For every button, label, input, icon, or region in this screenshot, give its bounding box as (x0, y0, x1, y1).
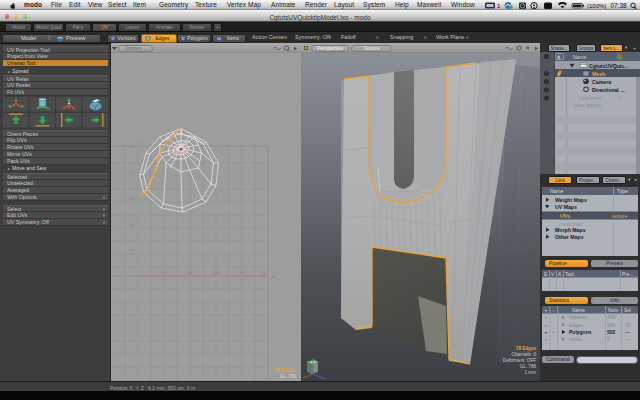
svg-text:+: + (545, 336, 548, 342)
svg-text:502: 502 (607, 329, 616, 335)
svg-text:(new item): (new item) (578, 95, 602, 101)
svg-text:+: + (545, 322, 548, 328)
svg-text:78 Edges: 78 Edges (516, 346, 537, 351)
svg-text:0.6: 0.6 (130, 197, 135, 201)
svg-text:CgtutsUVQuic...: CgtutsUVQuic... (589, 63, 629, 69)
svg-text:0.4: 0.4 (130, 223, 135, 227)
svg-text:0.8: 0.8 (130, 171, 135, 175)
svg-text:1.0: 1.0 (130, 145, 135, 149)
svg-text:+: + (545, 329, 548, 335)
svg-text:Camera: Camera (592, 79, 611, 85)
svg-text:+: + (545, 314, 548, 320)
svg-text:Name: Name (550, 188, 564, 194)
svg-text:Name: Name (572, 308, 585, 313)
svg-text:+v: +v (139, 140, 143, 144)
svg-text:0.8: 0.8 (240, 271, 245, 275)
svg-text:Num: Num (608, 308, 618, 313)
svg-text:Mesh: Mesh (592, 71, 605, 77)
svg-text:Sel: Sel (624, 308, 631, 313)
svg-text:Polygons: Polygons (569, 329, 592, 335)
svg-text:UVs: UVs (560, 213, 570, 219)
svg-text:948: 948 (607, 322, 616, 328)
svg-text:Type: Type (617, 188, 628, 194)
svg-text:Vertices: Vertices (569, 314, 587, 320)
svg-text:—: — (625, 329, 630, 335)
svg-text:(new group): (new group) (574, 102, 601, 108)
svg-text:1.0: 1.0 (260, 271, 265, 275)
svg-text:—: — (625, 314, 630, 320)
svg-text:+u: +u (271, 275, 275, 279)
svg-text:GL: 786: GL: 786 (280, 374, 297, 379)
svg-text:texture: texture (612, 213, 628, 219)
svg-text:0.2: 0.2 (162, 271, 167, 275)
svg-text:Morph Maps: Morph Maps (555, 227, 586, 233)
svg-text:Channels: 0: Channels: 0 (511, 352, 536, 357)
svg-text:Edges: Edges (569, 322, 584, 328)
svg-text:—: — (625, 336, 630, 342)
svg-text:9: 9 (607, 336, 610, 342)
svg-text:78: 78 (625, 322, 631, 328)
svg-text:78 Edges: 78 Edges (274, 367, 296, 373)
svg-text:Deformers: OFF: Deformers: OFF (503, 358, 536, 363)
svg-text:Weight Maps: Weight Maps (555, 197, 587, 203)
svg-text:Other Maps: Other Maps (555, 234, 584, 240)
svg-text:0.6: 0.6 (214, 271, 219, 275)
svg-text:Directional ...: Directional ... (592, 87, 625, 93)
svg-text:Pre...: Pre... (622, 272, 633, 277)
svg-text:Tool: Tool (565, 272, 574, 277)
svg-text:(100%): (100%) (587, 3, 606, 9)
svg-text:GL: 786: GL: 786 (520, 364, 537, 369)
svg-text:E: E (544, 272, 547, 277)
svg-text:(new map): (new map) (559, 221, 583, 227)
svg-text:1: 1 (497, 3, 501, 9)
svg-text:Items: Items (569, 336, 582, 342)
svg-text:+: + (545, 308, 548, 313)
svg-text:UV Maps: UV Maps (555, 204, 577, 210)
svg-text:0.2: 0.2 (130, 249, 135, 253)
svg-text:1 mm: 1 mm (525, 370, 537, 375)
svg-text:0.4: 0.4 (188, 271, 193, 275)
svg-text:Name: Name (573, 54, 587, 60)
svg-text:07:38: 07:38 (611, 2, 627, 9)
svg-text:449: 449 (607, 314, 616, 320)
